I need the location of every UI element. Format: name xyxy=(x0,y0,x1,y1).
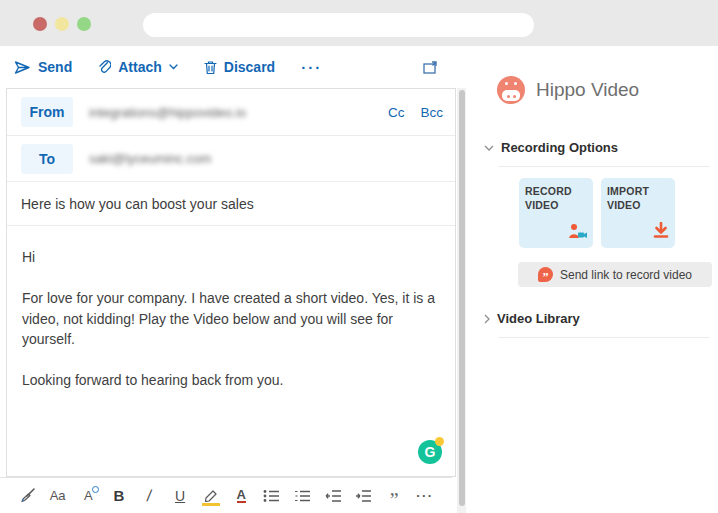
bullet-list-icon[interactable] xyxy=(261,485,283,507)
minimize-window-button[interactable] xyxy=(55,17,69,31)
format-painter-icon[interactable] xyxy=(16,485,38,507)
compose-card: From integrations@hippovideo.io Cc Bcc T… xyxy=(6,88,456,477)
subject-input[interactable]: Here is how you can boost your sales xyxy=(21,196,443,212)
chevron-down-icon xyxy=(484,145,494,151)
bold-icon[interactable]: B xyxy=(108,485,130,507)
send-button[interactable]: Send xyxy=(14,59,72,75)
recording-options-section-toggle[interactable]: Recording Options xyxy=(484,140,718,155)
compose-toolbar: Send Attach Discard ··· xyxy=(0,46,466,88)
download-arrow-icon xyxy=(653,222,669,243)
toolbar-more-button[interactable]: ··· xyxy=(301,59,322,76)
grammarly-button[interactable]: G xyxy=(418,440,442,464)
video-library-section-toggle[interactable]: Video Library xyxy=(484,311,718,326)
open-in-new-window-icon[interactable] xyxy=(423,61,438,74)
record-video-card[interactable]: RECORD VIDEO xyxy=(519,178,593,248)
cc-button[interactable]: Cc xyxy=(388,105,405,120)
browser-titlebar xyxy=(0,0,718,46)
paperclip-icon xyxy=(98,59,111,75)
numbered-list-icon[interactable] xyxy=(291,485,313,507)
italic-icon[interactable]: / xyxy=(138,485,160,507)
font-name-icon[interactable]: Aa xyxy=(47,485,69,507)
panel-title: Hippo Video xyxy=(536,79,639,101)
format-more-icon[interactable]: ··· xyxy=(414,485,436,507)
to-button[interactable]: To xyxy=(21,144,73,174)
subject-row: Here is how you can boost your sales xyxy=(7,182,455,226)
divider xyxy=(498,166,710,167)
app-window: Send Attach Discard ··· xyxy=(0,0,718,513)
chevron-down-icon xyxy=(169,64,178,70)
scrollbar-thumb[interactable] xyxy=(459,90,465,506)
underline-icon[interactable]: U xyxy=(169,485,191,507)
message-body-editor[interactable]: Hi For love for your company. I have cre… xyxy=(7,226,455,476)
hippo-video-logo-icon xyxy=(497,76,525,104)
font-color-icon[interactable]: A xyxy=(230,485,252,507)
formatting-toolbar: Aa A B / U A ” ··· xyxy=(0,477,452,513)
divider xyxy=(498,337,710,338)
trash-icon xyxy=(204,60,217,75)
send-link-to-record-button[interactable]: ” Send link to record video xyxy=(518,262,712,287)
address-bar[interactable] xyxy=(143,13,534,37)
chevron-right-icon xyxy=(484,314,490,324)
send-icon xyxy=(14,60,31,75)
close-window-button[interactable] xyxy=(33,17,47,31)
attach-button[interactable]: Attach xyxy=(98,59,178,75)
email-compose-pane: Send Attach Discard ··· xyxy=(0,46,466,513)
zoom-window-button[interactable] xyxy=(77,17,91,31)
body-paragraph: Looking forward to hearing back from you… xyxy=(22,370,439,390)
font-size-icon[interactable]: A xyxy=(77,485,99,507)
to-address[interactable]: saki@lyceuminc.com xyxy=(89,151,211,166)
bcc-button[interactable]: Bcc xyxy=(420,105,443,120)
import-video-card[interactable]: IMPORT VIDEO xyxy=(601,178,675,248)
highlight-icon[interactable] xyxy=(200,485,222,507)
grammarly-notification-dot xyxy=(435,437,444,446)
decrease-indent-icon[interactable] xyxy=(322,485,344,507)
from-button[interactable]: From xyxy=(21,97,73,127)
body-paragraph: Hi xyxy=(22,247,439,267)
from-address[interactable]: integrations@hippovideo.io xyxy=(89,105,246,120)
record-person-camera-icon xyxy=(565,222,587,243)
quote-icon[interactable]: ” xyxy=(383,485,405,507)
to-row: To saki@lyceuminc.com xyxy=(7,136,455,182)
vertical-scrollbar[interactable] xyxy=(457,88,466,513)
increase-indent-icon[interactable] xyxy=(353,485,375,507)
speech-bubble-quote-icon: ” xyxy=(538,267,553,282)
discard-button[interactable]: Discard xyxy=(204,59,275,75)
body-paragraph: For love for your company. I have create… xyxy=(22,288,439,349)
from-row: From integrations@hippovideo.io Cc Bcc xyxy=(7,89,455,136)
hippo-video-panel: Hippo Video Recording Options RECORD VID… xyxy=(478,46,718,513)
